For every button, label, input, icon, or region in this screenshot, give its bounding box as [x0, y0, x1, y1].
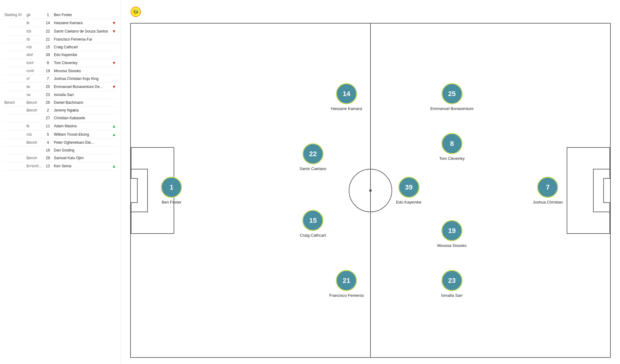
- player-circle-sarr: 23: [441, 270, 463, 291]
- player-label-king: Joshua Christian: [533, 200, 563, 204]
- player-number: 5: [43, 130, 53, 139]
- player-name: Craig Cathcart: [53, 43, 111, 51]
- player-status-icon: ▼: [111, 59, 117, 67]
- player-label-cathcart: Craig Cathcart: [300, 233, 326, 238]
- player-node-kayembe[interactable]: 39Edo Kayembe: [396, 177, 422, 204]
- player-status-icon: [111, 11, 117, 19]
- player-status-icon: [111, 154, 117, 162]
- player-status-icon: ▲: [111, 130, 117, 139]
- team-logo: 🐝: [130, 6, 141, 17]
- player-status-icon: [111, 139, 117, 147]
- player-circle-cleverley: 8: [441, 133, 463, 154]
- player-status-icon: ▼: [111, 83, 117, 91]
- player-node-sarr[interactable]: 23Ismaïla Sarr: [441, 270, 463, 298]
- player-node-sissoko[interactable]: 19Moussa Sissoko: [437, 220, 467, 248]
- player-position: gk: [25, 11, 43, 19]
- player-node-femenia[interactable]: 21Francisco Femenía: [329, 270, 364, 298]
- goal-right: [603, 178, 610, 203]
- pitch-container: 1Ben Foster14Hassane Kamara22Samir Caeta…: [130, 23, 611, 358]
- formation-header: 🐝: [130, 6, 611, 17]
- player-circle-cathcart: 15: [302, 210, 323, 231]
- player-position: cf: [25, 75, 43, 83]
- left-panel: Starting XIgk1Ben Fosterlb14Hassane Kama…: [0, 0, 121, 364]
- player-label-cleverley: Tom Cleverley: [439, 156, 465, 161]
- player-number: 15: [43, 43, 53, 51]
- player-name: Tom Cleverley: [53, 59, 111, 67]
- player-name: Francisco Femenía Far: [53, 36, 111, 43]
- player-name: Adam Masina: [53, 122, 111, 130]
- player-circle-king: 7: [537, 177, 558, 198]
- player-node-cathcart[interactable]: 15Craig Cathcart: [300, 210, 326, 238]
- player-label-caetano: Samir Caetano: [299, 166, 326, 171]
- player-number: 14: [43, 19, 53, 27]
- player-circle-femenia: 21: [336, 270, 357, 291]
- player-node-caetano[interactable]: 22Samir Caetano: [299, 143, 326, 171]
- player-name: Emmanuel Bonaventure De...: [53, 83, 111, 91]
- player-label-kamara: Hassane Kamara: [331, 106, 362, 111]
- player-position: lb+lcmf...: [25, 162, 43, 170]
- lineup-table: Starting XIgk1Ben Fosterlb14Hassane Kama…: [3, 11, 117, 170]
- player-name: Ben Foster: [53, 11, 111, 19]
- player-node-bonaventure[interactable]: 25Emmanuel Bonaventure: [430, 83, 473, 111]
- player-position: rcmf: [25, 67, 43, 75]
- section-label: Starting XI: [3, 11, 25, 19]
- player-status-icon: [111, 114, 117, 122]
- player-status-icon: [111, 67, 117, 75]
- player-number: 39: [43, 51, 53, 59]
- player-status-icon: ▲: [111, 122, 117, 130]
- section-label: Bench: [3, 99, 25, 107]
- player-number: 1: [43, 11, 53, 19]
- player-circle-foster: 1: [161, 177, 182, 198]
- svg-text:🐝: 🐝: [133, 9, 139, 15]
- player-position: Bench: [25, 154, 43, 162]
- player-label-sarr: Ismaïla Sarr: [441, 293, 463, 298]
- player-number: 11: [43, 122, 53, 130]
- player-position: rcb: [25, 130, 43, 139]
- player-name: Jeremy Ngakia: [53, 107, 111, 114]
- player-node-king[interactable]: 7Joshua Christian: [533, 177, 563, 204]
- player-circle-caetano: 22: [302, 143, 323, 164]
- center-arc: [349, 169, 392, 212]
- player-number: 2: [43, 107, 53, 114]
- player-status-icon: [111, 36, 117, 43]
- player-circle-bonaventure: 25: [441, 83, 463, 104]
- player-circle-kayembe: 39: [398, 177, 419, 198]
- player-label-kayembe: Edo Kayembe: [396, 200, 422, 204]
- player-position: Bench: [25, 107, 43, 114]
- player-number: 21: [43, 36, 53, 43]
- player-position: Bench: [25, 99, 43, 107]
- player-node-kamara[interactable]: 14Hassane Kamara: [331, 83, 362, 111]
- player-status-icon: [111, 91, 117, 99]
- player-label-foster: Ben Foster: [162, 200, 182, 204]
- player-status-icon: [111, 43, 117, 51]
- player-position: rw: [25, 91, 43, 99]
- arrow-down-icon: ▼: [112, 84, 116, 89]
- player-number: 16: [43, 147, 53, 154]
- arrow-up-icon: ▲: [112, 124, 116, 129]
- player-status-icon: [111, 107, 117, 114]
- player-position: lb: [25, 19, 43, 27]
- player-name: Hassane Kamara: [53, 19, 111, 27]
- player-number: 7: [43, 75, 53, 83]
- player-name: Edo Kayembe: [53, 51, 111, 59]
- player-node-cleverley[interactable]: 8Tom Cleverley: [439, 133, 465, 161]
- player-node-foster[interactable]: 1Ben Foster: [161, 177, 182, 204]
- player-name: Christian Kabasele: [53, 114, 111, 122]
- player-name: Joshua Christian Kojo King: [53, 75, 111, 83]
- player-position: [25, 114, 43, 122]
- player-number: 12: [43, 162, 53, 170]
- player-position: lcb: [25, 27, 43, 36]
- player-name: Samir Caetano de Souza Santos: [53, 27, 111, 36]
- player-name: Ismaïla Sarr: [53, 91, 111, 99]
- player-status-icon: ▲: [111, 162, 117, 170]
- player-number: 8: [43, 59, 53, 67]
- player-number: 26: [43, 99, 53, 107]
- player-position: dmf: [25, 51, 43, 59]
- player-number: 28: [43, 154, 53, 162]
- player-name: Dan Gosling: [53, 147, 111, 154]
- player-status-icon: ▼: [111, 19, 117, 27]
- player-number: 27: [43, 114, 53, 122]
- player-number: 4: [43, 139, 53, 147]
- player-status-icon: [111, 75, 117, 83]
- player-position: rb: [25, 36, 43, 43]
